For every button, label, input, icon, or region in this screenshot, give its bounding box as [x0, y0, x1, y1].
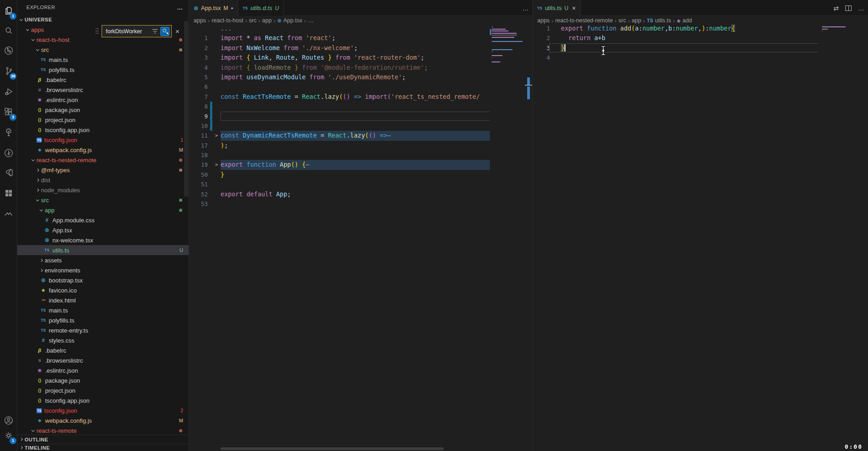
tree-file-project.json[interactable]: {}project.json [17, 385, 189, 395]
tree-file-.eslintrc.json[interactable]: ◉.eslintrc.json [17, 95, 189, 105]
tree-folder-dist[interactable]: dist [17, 175, 189, 185]
breadcrumb-item[interactable]: apps [537, 17, 550, 24]
filter-close-icon[interactable]: × [175, 27, 180, 35]
tree-file-polyfills.ts[interactable]: TSpolyfills.ts [17, 315, 189, 325]
tree-file-.eslintrc.json[interactable]: ◉.eslintrc.json [17, 365, 189, 375]
breadcrumb-item[interactable]: … [308, 17, 314, 24]
split-editor-icon[interactable] [845, 5, 852, 11]
line-number[interactable]: 8 [189, 102, 208, 111]
fold-chevron-icon[interactable]: > [215, 160, 218, 169]
tree-file-.browserslistrc[interactable]: ≡.browserslistrc [17, 85, 189, 95]
code-line-3[interactable]: 3import { Link, Route, Routes } from 're… [189, 53, 532, 62]
remote-explorer-icon[interactable] [0, 41, 17, 60]
code-line-2[interactable]: 2 return a+b [533, 33, 868, 43]
cube-outline-icon[interactable] [0, 164, 17, 182]
code-area-left[interactable]: ...1import * as React from 'react';2impo… [189, 24, 532, 451]
breadcrumb-item[interactable]: ◈add [677, 17, 692, 24]
tree-file-tsconfig.app.json[interactable]: {}tsconfig.app.json [17, 125, 189, 135]
source-control-icon[interactable]: 38 [0, 62, 17, 80]
search-icon[interactable] [0, 22, 17, 40]
more-actions-icon[interactable]: … [858, 5, 864, 12]
line-number[interactable]: 3 [189, 53, 208, 62]
tree-file-.babelrc[interactable]: β.babelrc [17, 75, 189, 85]
tab-utils-d-ts[interactable]: TS utils.d.ts U [238, 0, 284, 16]
code-line-6[interactable]: 6 [189, 82, 532, 92]
tree-file-webpack.config.js[interactable]: ◈webpack.config.jsM [17, 145, 189, 155]
tree-file-App.tsx[interactable]: ⊛App.tsx [17, 225, 189, 235]
tree-file-.browserslistrc[interactable]: ≡.browserslistrc [17, 355, 189, 365]
line-number[interactable]: 52 [189, 190, 208, 199]
swap-icon[interactable]: ⇄ [833, 5, 839, 12]
code-line-50[interactable]: 50} [189, 170, 532, 179]
extensions-icon[interactable]: 3 [0, 103, 17, 121]
tree-folder-react-ts-remote[interactable]: react-ts-remote [17, 425, 189, 436]
code-line[interactable]: ... [189, 24, 532, 33]
line-number[interactable]: 10 [189, 121, 208, 131]
line-number[interactable]: 1 [533, 24, 550, 33]
line-number[interactable]: 9 [189, 112, 208, 121]
breadcrumb-item[interactable]: src [618, 17, 626, 24]
tree-file-bootstrap.tsx[interactable]: ⊛bootstrap.tsx [17, 275, 189, 285]
tree-file-App.module.css[interactable]: #App.module.css [17, 215, 189, 225]
tree-filter-input[interactable]: forkDtsWorker [102, 25, 172, 37]
grid-icon[interactable] [0, 184, 17, 202]
code-line-7[interactable]: 7const ReactTsRemote = React.lazy(() => … [189, 92, 532, 102]
line-number[interactable]: 18 [189, 150, 208, 160]
code-line-18[interactable]: 18 [189, 150, 532, 160]
filter-icon[interactable] [152, 29, 158, 34]
code-line-17[interactable]: 17); [189, 141, 532, 150]
code-line-53[interactable]: 53 [189, 199, 532, 209]
code-line-52[interactable]: 52export default App; [189, 190, 532, 199]
timeline-section-header[interactable]: TIMELINE [17, 444, 189, 451]
tab-app-tsx[interactable]: ⊛ App.tsx M ● [189, 0, 238, 16]
code-line-2[interactable]: 2import NxWelcome from './nx-welcome'; [189, 43, 532, 53]
tree-folder-src[interactable]: src [17, 195, 189, 205]
fuzzy-search-toggle-icon[interactable] [160, 27, 169, 36]
tree-folder-assets[interactable]: assets [17, 255, 189, 265]
breadcrumb-item[interactable]: TSutils.ts [647, 17, 671, 24]
breadcrumb-item[interactable]: react-ts-nested-remote [555, 17, 612, 24]
minimap[interactable] [490, 24, 525, 451]
tree-file-nx-welcome.tsx[interactable]: ⊛nx-welcome.tsx [17, 235, 189, 245]
tree-file-utils.ts[interactable]: TSutils.tsU [17, 245, 189, 255]
code-line-11[interactable]: 11>const DynamicReactTsRemote = React.la… [189, 131, 532, 140]
line-number[interactable]: 11 [189, 131, 208, 140]
tree-file-favicon.ico[interactable]: ★favicon.ico [17, 285, 189, 295]
tree-file-main.ts[interactable]: TSmain.ts [17, 305, 189, 315]
code-line-1[interactable]: 1import * as React from 'react'; [189, 33, 532, 43]
line-number[interactable]: 5 [189, 72, 208, 82]
code-line-51[interactable]: 51 [189, 179, 532, 189]
line-number[interactable]: 3 [533, 43, 550, 53]
code-line-8[interactable]: 8 [189, 102, 532, 111]
code-line-19[interactable]: 19>export function App() {⋯ [189, 160, 532, 169]
line-number[interactable]: 1 [189, 33, 208, 43]
code-line-5[interactable]: 5import useDynamicModule from './useDyna… [189, 72, 532, 82]
tree-file-tsconfig.json[interactable]: TStsconfig.json1 [17, 135, 189, 145]
run-debug-icon[interactable] [0, 82, 17, 101]
tree-file-.babelrc[interactable]: β.babelrc [17, 345, 189, 355]
code-line-4[interactable]: 4import { loadRemote } from '@module-fed… [189, 63, 532, 72]
line-number[interactable]: 4 [533, 53, 550, 62]
line-number[interactable]: 19 [189, 160, 208, 169]
close-icon[interactable]: × [572, 5, 575, 12]
code-line-4[interactable]: 4 [533, 53, 868, 62]
tree-folder-environments[interactable]: environments [17, 265, 189, 275]
code-line-9[interactable]: 9 [189, 112, 532, 121]
tree-file-index.html[interactable]: <>index.html [17, 295, 189, 305]
tree-file-tsconfig.app.json[interactable]: {}tsconfig.app.json [17, 395, 189, 405]
line-number[interactable]: 2 [533, 33, 550, 43]
breadcrumb-item[interactable]: app [632, 17, 641, 24]
tree-folder-@mf-types[interactable]: @mf-types [17, 165, 189, 175]
code-area-right[interactable]: 1export function add(a:number,b:number,)… [533, 24, 868, 451]
settings-gear-icon[interactable]: 1 [0, 426, 17, 445]
tree-file-webpack.config.js[interactable]: ◈webpack.config.jsM [17, 415, 189, 425]
breadcrumb-item[interactable]: apps [194, 17, 206, 24]
explorer-icon[interactable]: 1 [0, 2, 17, 20]
line-number[interactable]: 4 [189, 63, 208, 72]
tree-file-main.ts[interactable]: TSmain.ts [17, 55, 189, 65]
tree-file-project.json[interactable]: {}project.json [17, 115, 189, 125]
tab-utils-ts[interactable]: TS utils.ts U × [533, 0, 581, 16]
tree-file-styles.css[interactable]: #styles.css [17, 335, 189, 345]
tree-file-polyfills.ts[interactable]: TSpolyfills.ts [17, 65, 189, 75]
line-number[interactable]: 53 [189, 199, 208, 209]
